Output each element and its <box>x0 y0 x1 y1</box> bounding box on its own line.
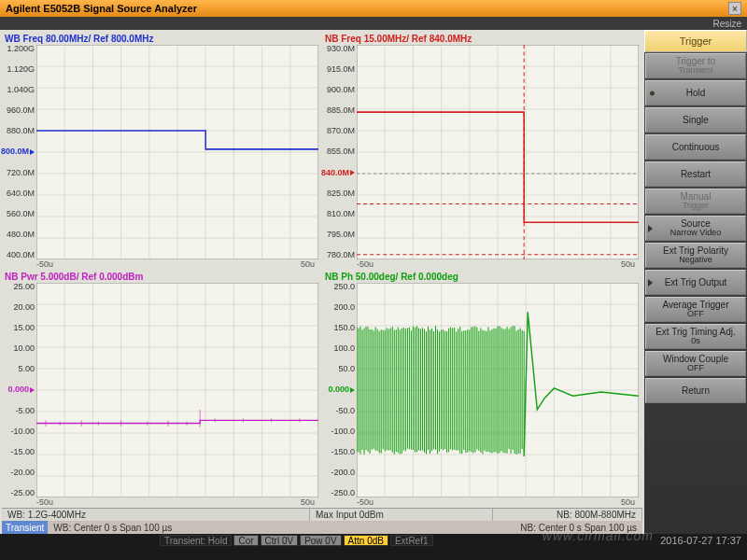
plot-b-ref: 840.0M <box>321 169 355 177</box>
chip-cor: Cor <box>233 535 258 546</box>
plot-b-title: NB Freq 15.00MHz/ Ref 840.0MHz <box>323 33 639 45</box>
btn-restart[interactable]: Restart <box>645 161 746 187</box>
btn-ext-trig-timing[interactable]: Ext Trig Timing Adj. 0s <box>645 324 746 349</box>
plot-b[interactable]: NB Freq 15.00MHz/ Ref 840.0MHz 930.0M 91… <box>322 32 642 270</box>
status-bar: Transient: Hold Cor Ctrl 0V Pow 0V Attn … <box>0 534 747 560</box>
plot-b-xaxis: -50u 50u <box>323 259 639 269</box>
btn-manual-trigger[interactable]: Manual Trigger <box>645 189 746 214</box>
plot-d-ref: 0.000 <box>328 385 355 394</box>
plot-c[interactable]: NB Pwr 5.000dB/ Ref 0.000dBm 25.00 20.00… <box>2 270 322 508</box>
plot-b-yaxis: 930.0M 915.0M 900.0M 885.0M 870.0M 855.0… <box>323 45 357 259</box>
chip-attn: Attn 0dB <box>344 535 388 546</box>
softkey-header: Trigger <box>644 30 747 52</box>
plot-a-ref: 800.0M <box>1 147 35 156</box>
submenu-icon <box>648 225 653 232</box>
plot-c-chart: (c) <box>36 283 318 497</box>
plot-a-yaxis: 1.200G 1.120G 1.040G 960.0M 880.0M 800.0… <box>3 45 36 259</box>
close-icon[interactable]: × <box>728 2 741 15</box>
plot-a-xaxis: -50u 50u <box>3 259 318 269</box>
plot-c-yaxis: 25.00 20.00 15.00 10.00 5.00 0.000 -5.00… <box>3 283 36 497</box>
freq-range-bar: WB: 1.2G-400MHz Max Input 0dBm NB: 800M-… <box>2 508 642 521</box>
plot-d[interactable]: NB Ph 50.00deg/ Ref 0.000deg 250.0 200.0… <box>322 270 642 508</box>
btn-ext-trig-polarity[interactable]: Ext Trig Polarity Negative <box>645 243 746 268</box>
transient-badge: Transient <box>2 521 48 534</box>
chip-ctrl: Ctrl 0V <box>261 535 299 546</box>
plot-a-title: WB Freq 80.00MHz/ Ref 800.0MHz <box>3 33 318 45</box>
plot-d-title: NB Ph 50.00deg/ Ref 0.000deg <box>323 271 639 283</box>
status-datetime: 2016-07-27 17:37 <box>660 535 747 546</box>
span-bar: Transient WB: Center 0 s Span 100 µs NB:… <box>2 521 642 534</box>
window-titlebar: Agilent E5052B Signal Source Analyzer × <box>0 0 747 17</box>
hold-indicator-icon <box>650 91 655 95</box>
submenu-icon <box>648 279 653 287</box>
btn-source[interactable]: Source Narrow Video <box>645 216 746 241</box>
btn-return[interactable]: Return <box>645 378 746 403</box>
btn-window-couple[interactable]: Window Couple OFF <box>645 351 746 376</box>
chip-pow: Pow 0V <box>300 535 341 546</box>
plot-c-ref: 0.000 <box>7 385 35 394</box>
btn-ext-trig-output[interactable]: Ext Trig Output <box>645 270 746 295</box>
plot-area: WB Freq 80.00MHz/ Ref 800.0MHz 1.200G 1.… <box>0 30 644 534</box>
window-title: Agilent E5052B Signal Source Analyzer <box>6 3 197 14</box>
resize-label[interactable]: Resize <box>712 19 741 29</box>
softkey-panel: Trigger Trigger to Transient Hold Single… <box>644 30 747 534</box>
plot-d-xaxis: -50u 50u <box>323 497 639 507</box>
btn-hold[interactable]: Hold <box>645 80 746 105</box>
btn-continuous[interactable]: Continuous <box>645 134 746 160</box>
plot-grid: WB Freq 80.00MHz/ Ref 800.0MHz 1.200G 1.… <box>2 32 642 508</box>
plot-c-title: NB Pwr 5.000dB/ Ref 0.000dBm <box>3 271 318 283</box>
plot-d-yaxis: 250.0 200.0 150.0 100.0 50.0 0.000 -50.0… <box>323 283 357 497</box>
btn-average-trigger[interactable]: Average Trigger OFF <box>645 297 746 322</box>
plot-d-chart: (d) <box>357 283 639 497</box>
resize-bar: Resize <box>0 17 747 30</box>
chip-extref: ExtRef1 <box>390 535 433 546</box>
plot-a-chart: (a) <box>36 45 318 259</box>
btn-single[interactable]: Single <box>645 107 746 133</box>
plot-c-xaxis: -50u 50u <box>3 497 318 507</box>
btn-trigger-to-transient[interactable]: Trigger to Transient <box>645 53 746 78</box>
main-area: WB Freq 80.00MHz/ Ref 800.0MHz 1.200G 1.… <box>0 30 747 534</box>
plot-a[interactable]: WB Freq 80.00MHz/ Ref 800.0MHz 1.200G 1.… <box>2 32 322 270</box>
plot-b-chart: (b) <box>357 45 639 259</box>
status-transient: Transient: Hold <box>160 535 232 546</box>
